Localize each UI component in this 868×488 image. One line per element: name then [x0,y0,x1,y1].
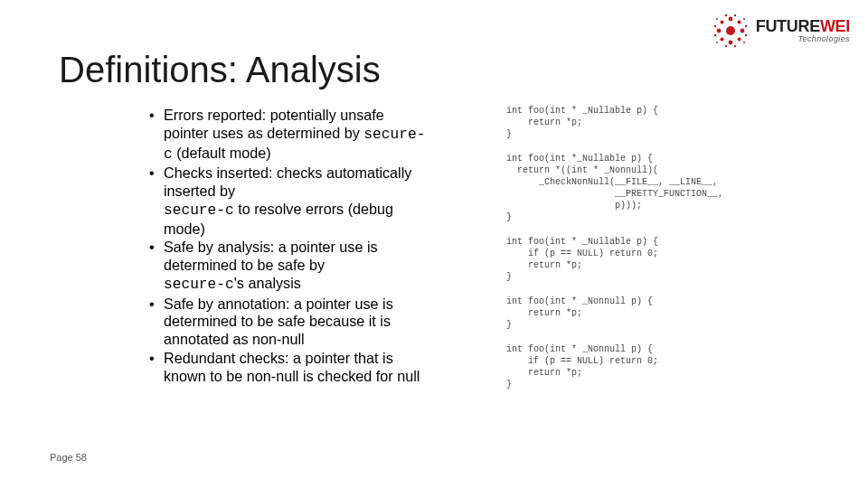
logo: FUTUREWEI Technologies [711,11,850,51]
bullet-item: Safe by analysis: a pointer use is deter… [149,239,429,294]
svg-point-13 [713,25,715,27]
svg-point-11 [724,45,726,47]
svg-point-17 [716,18,718,20]
code-snippet: int foo(int * _Nullable p) { if (p == NU… [506,236,832,283]
logo-word-wei: WEI [820,17,850,35]
code-snippet: int foo(int *_Nullable p) { return *((in… [506,153,832,223]
page-number: Page 58 [50,452,87,463]
logo-word-future: FUTURE [756,17,820,35]
svg-point-6 [737,21,741,24]
svg-point-12 [733,45,735,47]
svg-point-19 [716,42,718,43]
svg-point-20 [743,42,745,43]
svg-point-16 [744,34,746,36]
bullet-item: Errors reported: potentially unsafe poin… [149,107,429,164]
svg-point-0 [726,26,735,35]
bullet-list: Errors reported: potentially unsafe poin… [149,107,429,386]
code-examples: int foo(int * _Nullable p) { return *p; … [506,105,832,403]
bullet-item: Redundant checks: a pointer that is know… [149,350,429,386]
svg-point-7 [720,38,723,42]
svg-point-1 [728,17,732,22]
logo-wordmark: FUTUREWEI [756,18,850,34]
bullet-item: Safe by annotation: a pointer use is det… [149,296,429,349]
svg-point-8 [737,38,741,42]
svg-point-18 [743,18,745,20]
svg-point-5 [720,21,723,24]
code-snippet: int foo(int * _Nullable p) { return *p; … [506,105,832,140]
bullet-item: Checks inserted: checks automatically in… [149,164,429,238]
logo-subtitle: Technologies [756,35,850,43]
svg-point-3 [716,29,721,33]
code-snippet: int foo(int * _Nonnull p) { return *p; } [506,296,832,331]
svg-point-10 [733,14,735,16]
logo-mark-icon [711,11,750,51]
svg-point-14 [713,34,715,36]
slide-title: Definitions: Analysis [59,50,381,90]
svg-point-4 [740,29,744,33]
svg-point-9 [724,14,726,16]
code-snippet: int foo(int * _Nonnull p) { if (p == NUL… [506,343,832,390]
svg-point-2 [728,41,732,45]
svg-point-15 [744,25,746,27]
